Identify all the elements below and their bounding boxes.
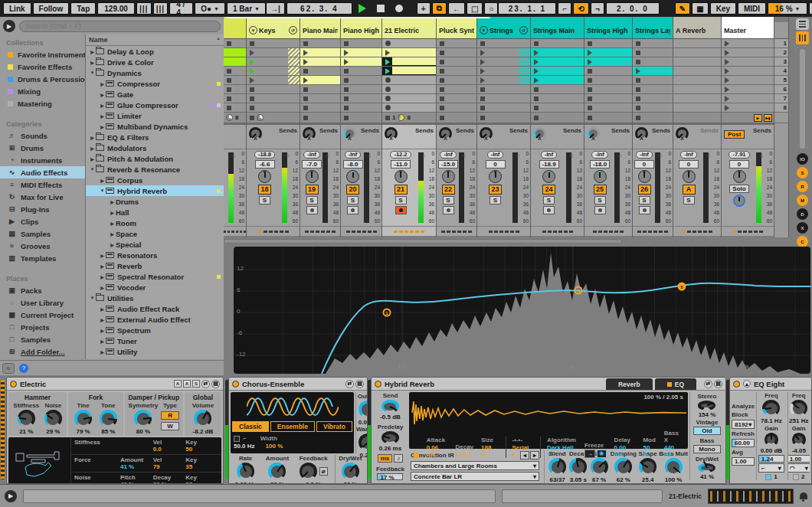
routing-select[interactable]: Serial ▾ (512, 444, 533, 458)
expand-arrow-icon[interactable]: ▶ (99, 263, 106, 269)
clip-stop-button[interactable] (440, 60, 444, 64)
clip-slot[interactable] (300, 48, 340, 57)
tab-eq[interactable]: EQ (655, 378, 696, 390)
stop-all-cell[interactable]: 8 (224, 113, 246, 123)
mode-classic-button[interactable]: Classic (232, 421, 269, 432)
volume-value[interactable]: 0 (634, 160, 654, 168)
tree-item[interactable]: ▶Limiter (86, 110, 224, 121)
clip-slot[interactable] (300, 39, 340, 48)
volume-value[interactable]: -6.6 (255, 160, 275, 168)
clip-slot[interactable] (584, 48, 632, 57)
solo-button[interactable]: S (543, 196, 555, 204)
tree-item[interactable]: ▼Reverb & Resonance (86, 164, 224, 175)
clip-slot[interactable] (633, 85, 673, 94)
clip-slot[interactable] (341, 85, 381, 94)
scene-number[interactable]: 6 (774, 85, 788, 94)
decay-value[interactable]: 17.0 s (455, 451, 472, 458)
analyze-label[interactable]: Analyze (732, 403, 755, 410)
clip-slot[interactable] (722, 48, 774, 57)
vertical-scrollbar[interactable] (800, 49, 805, 149)
tree-item[interactable]: ▶Vocoder (86, 282, 224, 293)
clip-slot[interactable] (673, 39, 721, 48)
track-stop-button[interactable] (344, 116, 349, 120)
clip-slot[interactable] (477, 94, 530, 103)
clip-slot[interactable] (584, 76, 632, 85)
automation-arm-button[interactable]: ○ (484, 2, 498, 15)
send-a-knob[interactable]: A (533, 127, 546, 140)
track-activator[interactable]: 18 (258, 185, 271, 195)
send-a-knob[interactable]: A (439, 127, 452, 140)
clip-slot[interactable] (300, 103, 340, 113)
clip-body[interactable] (392, 57, 436, 65)
clip-stop-button[interactable] (227, 106, 231, 110)
scene-launch-button[interactable] (725, 96, 729, 102)
mixer-toggle-io[interactable]: IO (797, 153, 808, 165)
clip-slot[interactable] (382, 94, 436, 103)
clip-slot[interactable] (673, 57, 721, 67)
clip-slot[interactable] (531, 94, 584, 103)
play-button[interactable] (354, 2, 371, 15)
keyboard-map-icon[interactable]: ▦ (692, 2, 708, 15)
pan-knob[interactable]: ▼ (395, 170, 408, 183)
clip-launch-button[interactable] (588, 50, 592, 56)
expand-arrow-icon[interactable]: ▶ (99, 113, 106, 119)
solo-button[interactable]: S (259, 196, 270, 204)
stop-all-cell[interactable] (247, 113, 300, 123)
stop-all-cell[interactable] (531, 113, 584, 123)
solo-button[interactable]: S (639, 196, 650, 204)
mode-ensemble-button[interactable]: Ensemble (270, 421, 315, 432)
peak-level-value[interactable]: -7.91 (729, 151, 749, 159)
status-play-icon[interactable]: ▶ (5, 490, 17, 502)
send-a-knob[interactable]: A (249, 127, 262, 140)
clip-stop-button[interactable] (636, 41, 640, 46)
algorithm-select[interactable]: Dark Hall ▾ (547, 444, 577, 458)
mixer-toggle-x[interactable]: X (797, 222, 808, 234)
groove-amount-button[interactable]: O●▼ (195, 2, 225, 15)
clip-slot[interactable] (722, 67, 774, 76)
collection-item[interactable]: Drums & Percussion (0, 73, 85, 85)
scene-number[interactable]: 7 (774, 94, 788, 103)
expand-arrow-icon[interactable]: ▶ (99, 274, 106, 280)
track-stop-button[interactable] (303, 116, 308, 120)
clip-launch-button[interactable] (303, 50, 308, 56)
stop-all-cell[interactable] (584, 113, 632, 123)
metronome-pattern-icon[interactable]: ||| (153, 2, 169, 15)
expand-arrow-icon[interactable]: ▶ (109, 231, 116, 237)
clip-stop-button[interactable] (534, 96, 539, 101)
sidebar-item-clips[interactable]: ▶Clips (0, 215, 85, 227)
table-cell[interactable]: Vel79 (153, 456, 186, 470)
clip-slot[interactable] (382, 67, 436, 76)
follow-button[interactable]: Follow (33, 2, 70, 15)
attack-value[interactable]: 0.06 ms (427, 444, 448, 458)
avg-field[interactable]: 1.00 (732, 457, 755, 466)
expand-arrow-icon[interactable]: ▶ (99, 103, 106, 108)
tree-item[interactable]: ▶Resonators (86, 250, 224, 260)
solo-button[interactable]: Solo (729, 185, 748, 193)
volume-value[interactable]: -15.0 (438, 160, 458, 168)
tree-item[interactable]: ▶Drums (86, 196, 224, 207)
sidebar-item-audio-effects[interactable]: ∿Audio Effects (0, 166, 85, 178)
clip-launch-button[interactable] (303, 77, 308, 83)
tree-item[interactable]: ▶EQ & Filters (86, 132, 224, 142)
symmetry-knob[interactable]: Symmetry 80 % (129, 402, 159, 435)
clip-slot[interactable] (477, 103, 530, 113)
track-activator[interactable]: 25 (594, 185, 607, 195)
solo-button[interactable]: S (594, 196, 606, 204)
expand-arrow-icon[interactable]: ▶ (99, 178, 106, 183)
expand-arrow-icon[interactable]: ▼ (99, 188, 106, 193)
expand-arrow-icon[interactable]: ▶ (99, 349, 106, 355)
tree-item[interactable]: ▶Compressor (86, 78, 224, 89)
vintage-select[interactable]: Old (693, 427, 721, 435)
clip-stop-button[interactable] (303, 87, 308, 92)
band2-enable-checkbox[interactable] (793, 474, 799, 480)
clip-stop-button[interactable] (636, 106, 640, 110)
refresh-field[interactable]: 60.00 (732, 439, 755, 447)
track-stop-button[interactable] (480, 116, 485, 120)
clip-slot[interactable] (382, 103, 436, 113)
clip-record-button[interactable] (385, 105, 391, 110)
clip-slot[interactable] (584, 94, 632, 103)
track-header[interactable]: Strings Layer (633, 22, 673, 39)
link-button[interactable]: Link (3, 2, 31, 15)
clip-stop-button[interactable] (534, 87, 539, 92)
expand-arrow-icon[interactable]: ▶ (99, 285, 106, 290)
